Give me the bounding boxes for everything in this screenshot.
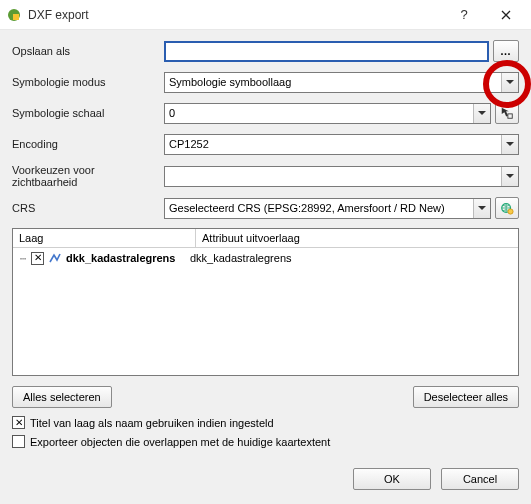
layer-tree[interactable]: Laag Attribuut uitvoerlaag ⋯ ✕ dkk_kadas… (12, 228, 519, 376)
layer-tree-header: Laag Attribuut uitvoerlaag (13, 229, 518, 248)
symbology-scale-input[interactable] (165, 104, 472, 123)
ellipsis-icon: … (500, 45, 512, 57)
layer-checkbox[interactable]: ✕ (31, 252, 44, 265)
checkbox[interactable]: ✕ (12, 416, 25, 429)
crs-label: CRS (12, 202, 164, 214)
row-visibility-presets: Voorkeuzen voor zichtbaarheid (12, 164, 519, 188)
titlebar: DXF export ? (0, 0, 531, 30)
svg-rect-1 (13, 14, 19, 20)
symbology-mode-combo[interactable]: Symbologie symboollaag (164, 72, 519, 93)
encoding-combo[interactable]: CP1252 (164, 134, 519, 155)
dialog-footer: OK Cancel (0, 462, 531, 500)
close-icon (501, 10, 511, 20)
crs-combo[interactable]: Geselecteerd CRS (EPSG:28992, Amersfoort… (164, 198, 491, 219)
crs-picker-button[interactable] (495, 197, 519, 219)
encoding-label: Encoding (12, 138, 164, 150)
row-crs: CRS Geselecteerd CRS (EPSG:28992, Amersf… (12, 197, 519, 219)
layer-attr: dkk_kadastralegrens (184, 252, 292, 264)
scale-picker-button[interactable] (495, 102, 519, 124)
save-as-input[interactable] (164, 41, 489, 62)
crs-value: Geselecteerd CRS (EPSG:28992, Amersfoort… (169, 202, 472, 214)
check-label: Titel van laag als naam gebruiken indien… (30, 417, 274, 429)
row-symbology-mode: Symbologie modus Symbologie symboollaag (12, 71, 519, 93)
cursor-scale-icon (500, 106, 514, 120)
help-button[interactable]: ? (443, 1, 485, 29)
check-label: Exporteer objecten die overlappen met de… (30, 436, 330, 448)
globe-icon (500, 201, 514, 215)
window-title: DXF export (28, 8, 443, 22)
deselect-all-button[interactable]: Deselecteer alles (413, 386, 519, 408)
chevron-down-icon (501, 167, 518, 186)
chevron-down-icon (501, 135, 518, 154)
col-header-layer[interactable]: Laag (13, 229, 196, 247)
checkbox[interactable] (12, 435, 25, 448)
tree-row[interactable]: ⋯ ✕ dkk_kadastralegrens dkk_kadastralegr… (13, 248, 518, 268)
select-all-button[interactable]: Alles selecteren (12, 386, 112, 408)
symbology-scale-combo[interactable] (164, 103, 491, 124)
line-layer-icon (48, 251, 62, 265)
chevron-down-icon (473, 104, 490, 123)
visibility-presets-combo[interactable] (164, 166, 519, 187)
row-encoding: Encoding CP1252 (12, 133, 519, 155)
symbology-mode-value: Symbologie symboollaag (169, 76, 500, 88)
check-export-in-extent[interactable]: Exporteer objecten die overlappen met de… (12, 435, 519, 448)
ok-button[interactable]: OK (353, 468, 431, 490)
help-icon: ? (460, 7, 467, 22)
row-save-as: Opslaan als … (12, 40, 519, 62)
save-as-label: Opslaan als (12, 45, 164, 57)
qgis-logo-icon (6, 7, 22, 23)
check-use-layer-title[interactable]: ✕ Titel van laag als naam gebruiken indi… (12, 416, 519, 429)
selection-button-bar: Alles selecteren Deselecteer alles (12, 386, 519, 408)
encoding-value: CP1252 (169, 138, 500, 150)
svg-rect-2 (508, 114, 512, 118)
visibility-presets-label: Voorkeuzen voor zichtbaarheid (12, 164, 164, 188)
layer-name: dkk_kadastralegrens (66, 252, 175, 264)
svg-point-4 (508, 209, 513, 214)
chevron-down-icon (501, 73, 518, 92)
browse-button[interactable]: … (493, 40, 519, 62)
symbology-mode-label: Symbologie modus (12, 76, 164, 88)
dialog-body: Opslaan als … Symbologie modus Symbologi… (0, 30, 531, 462)
close-button[interactable] (485, 1, 527, 29)
chevron-down-icon (473, 199, 490, 218)
tree-twist-icon[interactable]: ⋯ (17, 252, 29, 265)
col-header-attr[interactable]: Attribuut uitvoerlaag (196, 229, 518, 247)
symbology-scale-label: Symbologie schaal (12, 107, 164, 119)
cancel-button[interactable]: Cancel (441, 468, 519, 490)
row-symbology-scale: Symbologie schaal (12, 102, 519, 124)
